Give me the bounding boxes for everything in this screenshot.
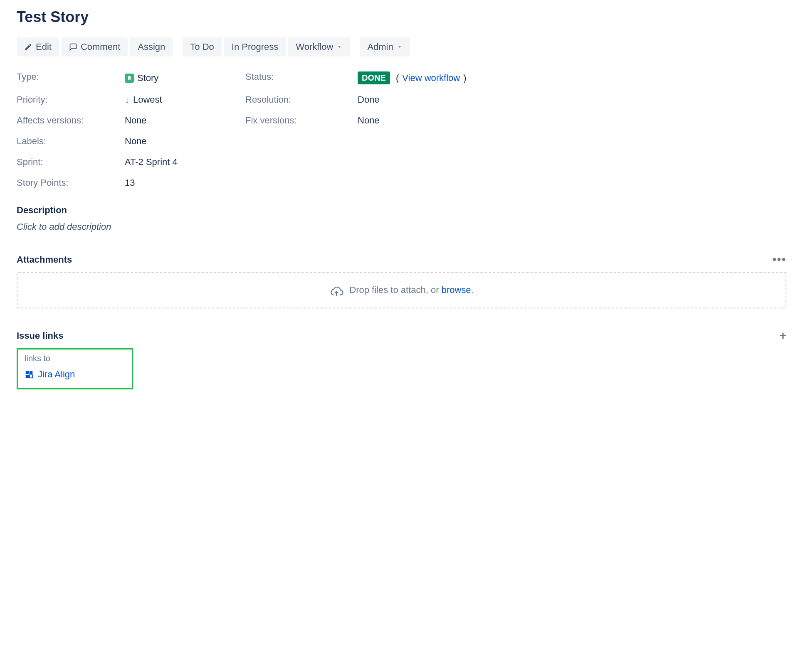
jira-align-text: Jira Align — [38, 369, 75, 380]
dropzone-dot: . — [471, 285, 474, 295]
resolution-label: Resolution: — [245, 94, 358, 105]
admin-label: Admin — [367, 42, 393, 52]
attachments-section: Attachments ••• Drop files to attach, or… — [17, 253, 786, 308]
jira-align-link[interactable]: Jira Align — [25, 369, 75, 380]
affects-versions-label: Affects versions: — [17, 115, 125, 126]
comment-button[interactable]: Comment — [62, 37, 128, 57]
type-value: Story — [125, 71, 245, 84]
sprint-label: Sprint: — [17, 157, 125, 167]
pencil-icon — [24, 43, 32, 51]
page-title: Test Story — [17, 8, 786, 26]
description-placeholder[interactable]: Click to add description — [17, 222, 786, 232]
plus-icon[interactable]: + — [780, 329, 786, 342]
description-section: Description Click to add description — [17, 205, 786, 232]
in-progress-label: In Progress — [232, 42, 279, 52]
description-header: Description — [17, 205, 786, 216]
browse-link[interactable]: browse — [442, 285, 471, 295]
todo-button[interactable]: To Do — [183, 37, 221, 57]
workflow-button[interactable]: Workflow — [288, 37, 350, 57]
arrow-down-icon: ↓ — [125, 95, 130, 105]
svg-rect-0 — [26, 371, 29, 374]
view-workflow-paren-close: ) — [463, 73, 466, 84]
in-progress-button[interactable]: In Progress — [224, 37, 286, 57]
type-label: Type: — [17, 71, 125, 84]
story-icon — [125, 74, 134, 83]
fields-grid: Type: Story Status: DONE (View workflow)… — [17, 71, 786, 188]
links-to-box: links to Jira Align — [17, 348, 133, 389]
fix-versions-value: None — [358, 115, 786, 126]
story-points-value: 13 — [125, 177, 245, 188]
edit-button[interactable]: Edit — [17, 37, 59, 57]
more-icon[interactable]: ••• — [773, 253, 786, 266]
cloud-upload-icon — [329, 284, 343, 296]
assign-button[interactable]: Assign — [130, 37, 173, 57]
attachments-dropzone[interactable]: Drop files to attach, or browse. — [17, 272, 786, 308]
status-badge: DONE — [358, 71, 390, 84]
workflow-label: Workflow — [296, 42, 333, 52]
resolution-value: Done — [358, 94, 786, 105]
comment-icon — [69, 43, 77, 51]
attachments-header: Attachments — [17, 254, 72, 265]
dropzone-text: Drop files to attach, or — [349, 285, 441, 295]
todo-label: To Do — [190, 42, 214, 52]
story-points-label: Story Points: — [17, 177, 125, 188]
view-workflow-paren: ( — [393, 73, 399, 84]
issue-links-section: Issue links + links to Jira Align — [17, 329, 786, 389]
jira-align-icon — [25, 370, 34, 379]
chevron-down-icon — [336, 42, 342, 52]
toolbar: Edit Comment Assign To Do In Progress Wo… — [17, 37, 786, 57]
issue-links-header: Issue links — [17, 330, 64, 341]
priority-value: ↓ Lowest — [125, 94, 245, 105]
priority-label: Priority: — [17, 94, 125, 105]
status-value: DONE (View workflow) — [358, 71, 786, 84]
view-workflow-link[interactable]: View workflow — [402, 73, 460, 84]
affects-versions-value: None — [125, 115, 245, 126]
priority-text: Lowest — [133, 94, 162, 105]
edit-label: Edit — [36, 42, 52, 52]
admin-button[interactable]: Admin — [360, 37, 410, 57]
status-label: Status: — [245, 71, 358, 84]
svg-rect-2 — [26, 375, 29, 378]
type-text: Story — [137, 73, 158, 84]
sprint-value: AT-2 Sprint 4 — [125, 157, 245, 167]
svg-rect-1 — [30, 371, 32, 374]
comment-label: Comment — [81, 42, 120, 52]
fix-versions-label: Fix versions: — [245, 115, 358, 126]
chevron-down-icon — [397, 42, 403, 52]
labels-value: None — [125, 136, 245, 147]
links-to-label: links to — [25, 354, 125, 363]
labels-label: Labels: — [17, 136, 125, 147]
assign-label: Assign — [138, 42, 165, 52]
svg-rect-3 — [30, 375, 32, 378]
